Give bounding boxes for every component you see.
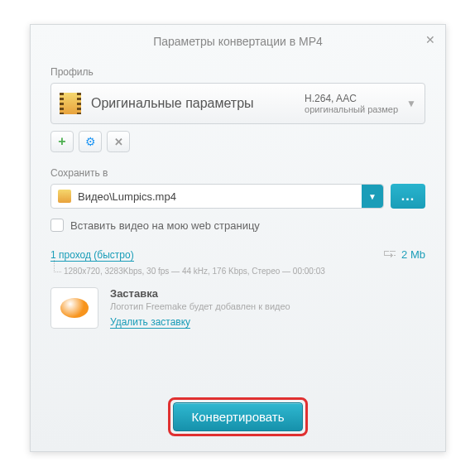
- embed-checkbox[interactable]: [50, 219, 64, 232]
- profile-label: Профиль: [50, 66, 425, 78]
- pass-details: 1280x720, 3283Kbps, 30 fps — 44 kHz, 176…: [64, 267, 325, 276]
- profile-selector[interactable]: Оригинальные параметры H.264, AAC оригин…: [50, 83, 425, 124]
- splash-section: Заставка Логотип Freemake будет добавлен…: [50, 287, 425, 329]
- chevron-down-icon: ▼: [368, 192, 377, 201]
- settings-button[interactable]: ⚙: [79, 131, 102, 152]
- embed-label: Вставить видео на мою web страницу: [70, 219, 260, 232]
- add-profile-button[interactable]: +: [50, 131, 74, 152]
- profile-codec: H.264, AAC: [305, 93, 398, 104]
- splash-desc: Логотип Freemake будет добавлен к видео: [110, 301, 290, 311]
- profile-meta: H.264, AAC оригинальный размер: [305, 93, 398, 114]
- size-estimate: ⮓ 2 Mb: [383, 247, 425, 262]
- convert-highlight: Конвертировать: [168, 397, 309, 436]
- browse-button[interactable]: ...: [391, 184, 425, 209]
- profile-actions: + ⚙ ✕: [50, 131, 425, 152]
- save-path-text: Видео\Lumpics.mp4: [78, 190, 358, 203]
- save-path-input[interactable]: Видео\Lumpics.mp4 ▼: [50, 184, 384, 209]
- delete-profile-button[interactable]: ✕: [107, 131, 130, 152]
- remove-splash-link[interactable]: Удалить заставку: [110, 316, 190, 329]
- film-icon: [60, 93, 81, 114]
- profile-size: оригинальный размер: [305, 104, 398, 114]
- video-file-icon: [58, 190, 71, 203]
- convert-button[interactable]: Конвертировать: [173, 402, 304, 431]
- x-icon: ✕: [114, 136, 123, 148]
- size-value: 2 Mb: [401, 248, 425, 261]
- titlebar: Параметры конвертации в MP4 ✕: [31, 25, 445, 58]
- splash-title: Заставка: [110, 287, 290, 300]
- chevron-down-icon: ▼: [406, 98, 416, 109]
- pass-mode-link[interactable]: 1 проход (быстро): [50, 249, 134, 262]
- gear-icon: ⚙: [85, 135, 96, 148]
- splash-thumbnail[interactable]: [50, 287, 98, 329]
- save-label: Сохранить в: [50, 167, 425, 179]
- close-icon[interactable]: ✕: [425, 33, 435, 46]
- export-icon: ⮓: [383, 247, 396, 262]
- dialog-title: Параметры конвертации в MP4: [153, 35, 323, 48]
- profile-name: Оригинальные параметры: [91, 96, 305, 111]
- freemake-logo-icon: [60, 298, 89, 318]
- plus-icon: +: [58, 134, 65, 149]
- path-dropdown-button[interactable]: ▼: [362, 185, 383, 208]
- mp4-conversion-dialog: Параметры конвертации в MP4 ✕ Профиль Ор…: [30, 24, 446, 452]
